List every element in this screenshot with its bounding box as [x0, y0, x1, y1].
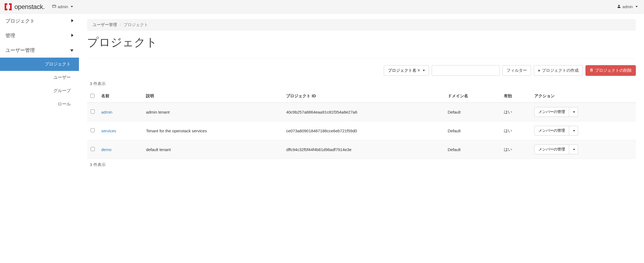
plus-icon	[538, 68, 540, 73]
row-domain: Default	[444, 121, 501, 140]
create-project-button[interactable]: プロジェクトの作成	[534, 65, 583, 76]
row-action-group: メンバーの管理	[534, 145, 578, 154]
page-title: プロジェクト	[87, 35, 636, 50]
sidebar-item-project[interactable]: プロジェクト	[0, 14, 79, 28]
action-bar: プロジェクト名 = フィルター プロジェクトの作成 プロジェクトの削除	[87, 65, 636, 76]
project-name-link[interactable]: demo	[101, 147, 112, 152]
project-name-link[interactable]: admin	[101, 110, 112, 114]
caret-down-icon	[573, 130, 575, 132]
row-count-top: 3 件表示	[90, 81, 636, 86]
sidebar-subnav: プロジェクト ユーザー グループ ロール	[0, 58, 79, 111]
caret-down-icon	[423, 70, 425, 71]
subnav-label: ロール	[58, 102, 71, 106]
chevron-right-icon	[71, 18, 73, 23]
main-content: ユーザー管理 / プロジェクト プロジェクト プロジェクト名 = フィルター プ…	[79, 14, 644, 263]
sidebar-item-label: プロジェクト	[5, 18, 35, 24]
subnav-label: ユーザー	[53, 75, 71, 80]
row-action-group: メンバーの管理	[534, 126, 578, 136]
row-enabled: はい	[501, 140, 531, 159]
subnav-label: プロジェクト	[45, 62, 71, 66]
layout: プロジェクト 管理 ユーザー管理 プロジェクト ユーザー グループ ロール	[0, 14, 644, 263]
row-action-dropdown[interactable]	[569, 107, 578, 117]
sidebar-item-label: ユーザー管理	[5, 47, 35, 54]
select-all-checkbox[interactable]	[90, 94, 94, 98]
sidebar-item-admin[interactable]: 管理	[0, 28, 79, 43]
row-action-cell: メンバーの管理	[531, 140, 636, 159]
trash-icon	[590, 68, 593, 73]
row-checkbox[interactable]	[91, 147, 95, 151]
caret-down-icon	[636, 6, 638, 7]
chevron-down-icon	[70, 48, 73, 53]
row-action-dropdown[interactable]	[569, 145, 578, 154]
row-desc: default tenant	[143, 140, 283, 159]
row-project-id: dffc94c32f0f44f4b81d96adf7914e3e	[283, 140, 444, 159]
domain-icon	[52, 4, 56, 9]
col-enabled: 有効	[501, 90, 531, 103]
row-action-group: メンバーの管理	[534, 107, 578, 117]
subnav-users[interactable]: ユーザー	[0, 71, 79, 84]
subnav-label: グループ	[53, 88, 71, 93]
caret-down-icon	[573, 149, 575, 150]
row-name-cell: demo	[98, 140, 143, 159]
projects-table: 名前 説明 プロジェクト ID ドメイン名 有効 アクション adminadmi…	[87, 90, 636, 159]
row-checkbox[interactable]	[91, 109, 95, 114]
user-label: admin	[622, 5, 633, 9]
row-action-cell: メンバーの管理	[531, 103, 636, 121]
openstack-logo-icon	[4, 3, 12, 11]
filter-input[interactable]	[432, 65, 500, 76]
row-domain: Default	[444, 103, 501, 121]
delete-project-button[interactable]: プロジェクトの削除	[585, 65, 636, 76]
col-domain: ドメイン名	[444, 90, 501, 103]
breadcrumb-separator: /	[120, 22, 121, 27]
breadcrumb-root: ユーザー管理	[93, 22, 117, 27]
filter-column-select[interactable]: プロジェクト名 =	[384, 65, 429, 76]
divider	[87, 58, 636, 58]
row-enabled: はい	[501, 121, 531, 140]
table-row: demodefault tenantdffc94c32f0f44f4b81d96…	[87, 140, 636, 159]
sidebar-item-user-mgmt[interactable]: ユーザー管理	[0, 43, 79, 58]
row-desc: admin tenant	[143, 103, 283, 121]
row-domain: Default	[444, 140, 501, 159]
table-row: servicesTenant for the openstack service…	[87, 121, 636, 140]
checkbox-all-cell	[87, 90, 98, 103]
user-menu-button[interactable]: admin	[615, 3, 640, 11]
col-desc: 説明	[143, 90, 283, 103]
brand-text: openstack.	[14, 3, 45, 11]
row-checkbox-cell	[87, 121, 98, 140]
manage-members-button[interactable]: メンバーの管理	[534, 107, 569, 117]
subnav-groups[interactable]: グループ	[0, 84, 79, 98]
row-checkbox[interactable]	[91, 128, 95, 132]
sidebar-item-label: 管理	[5, 32, 15, 39]
row-action-cell: メンバーの管理	[531, 121, 636, 140]
filter-select-label: プロジェクト名 =	[388, 68, 420, 73]
breadcrumb-current: プロジェクト	[124, 22, 148, 27]
brand-link[interactable]: openstack.	[4, 3, 45, 11]
col-name: 名前	[98, 90, 143, 103]
svg-rect-0	[53, 5, 56, 8]
project-name-link[interactable]: services	[101, 129, 116, 133]
manage-members-button[interactable]: メンバーの管理	[534, 126, 569, 136]
row-desc: Tenant for the openstack services	[143, 121, 283, 140]
row-action-dropdown[interactable]	[569, 126, 578, 136]
filter-button-label: フィルター	[507, 68, 527, 73]
row-project-id: ce073a809018487188cce6eb721f59d0	[283, 121, 444, 140]
subnav-projects[interactable]: プロジェクト	[0, 58, 79, 71]
create-button-label: プロジェクトの作成	[542, 68, 579, 73]
manage-members-button[interactable]: メンバーの管理	[534, 145, 569, 154]
caret-down-icon	[71, 6, 73, 7]
row-enabled: はい	[501, 103, 531, 121]
breadcrumb: ユーザー管理 / プロジェクト	[87, 19, 636, 31]
table-row: adminadmin tenant40c9b257a8864eaa91c81f3…	[87, 103, 636, 121]
row-checkbox-cell	[87, 103, 98, 121]
sidebar: プロジェクト 管理 ユーザー管理 プロジェクト ユーザー グループ ロール	[0, 14, 79, 263]
chevron-right-icon	[71, 33, 73, 38]
row-count-bottom: 3 件表示	[90, 162, 636, 167]
domain-selector-button[interactable]: admin	[50, 3, 75, 11]
filter-button[interactable]: フィルター	[502, 65, 531, 76]
subnav-roles[interactable]: ロール	[0, 98, 79, 111]
delete-button-label: プロジェクトの削除	[595, 68, 632, 73]
topbar: openstack. admin admin	[0, 0, 644, 14]
row-name-cell: admin	[98, 103, 143, 121]
col-actions: アクション	[531, 90, 636, 103]
topbar-left: openstack. admin	[4, 3, 75, 11]
